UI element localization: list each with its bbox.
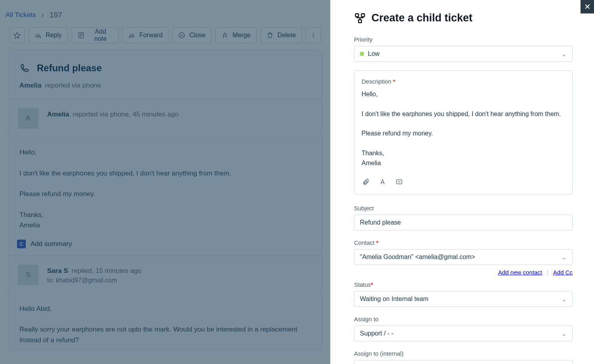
- text-format-icon: [379, 178, 386, 185]
- status-label: Status: [354, 281, 573, 288]
- assign-internal-label: Assign to (internal): [354, 350, 573, 357]
- close-panel-button[interactable]: ✕: [581, 0, 594, 13]
- chevron-down-icon: ⌄: [562, 50, 567, 58]
- subject-label: Subject: [354, 205, 573, 212]
- priority-select[interactable]: Low ⌄: [354, 46, 573, 62]
- add-new-contact-link[interactable]: Add new contact: [498, 269, 542, 276]
- description-label: Description: [362, 78, 565, 85]
- assign-internal-field: Assign to (internal) Refunds and Replace…: [354, 350, 573, 364]
- status-field: Status Waiting on Internal team ⌄: [354, 281, 573, 307]
- paperclip-icon: [362, 178, 369, 185]
- contact-select[interactable]: "Amelia Goodman" <amelia@gmal.com> ⌄: [354, 249, 573, 265]
- modal-overlay[interactable]: [0, 0, 330, 364]
- canned-response-icon: [396, 178, 403, 185]
- editor-toolbar: [362, 175, 565, 190]
- create-child-ticket-panel: Create a child ticket Priority Low ⌄ Des…: [330, 0, 594, 364]
- chevron-down-icon: ⌄: [562, 253, 567, 261]
- panel-title: Create a child ticket: [354, 12, 573, 24]
- svg-rect-7: [358, 19, 362, 23]
- priority-field: Priority Low ⌄: [354, 36, 573, 62]
- subject-field: Subject: [354, 205, 573, 231]
- close-icon: ✕: [584, 2, 591, 11]
- svg-rect-6: [362, 13, 365, 17]
- attachment-button[interactable]: [362, 178, 369, 187]
- priority-dot-icon: [360, 52, 364, 56]
- divider: |: [547, 269, 548, 276]
- contact-label: Contact: [354, 239, 573, 246]
- canned-response-button[interactable]: [396, 178, 403, 187]
- assign-to-label: Assign to: [354, 316, 573, 322]
- description-field: Description Hello, I don't like the earp…: [354, 71, 573, 194]
- assign-internal-select[interactable]: Refunds and Replacements / Saul ⌄: [354, 360, 573, 364]
- contact-field: Contact "Amelia Goodman" <amelia@gmal.co…: [354, 239, 573, 276]
- assign-to-field: Assign to Support / - - ⌄: [354, 316, 573, 341]
- chevron-down-icon: ⌄: [562, 295, 567, 303]
- svg-rect-5: [356, 13, 359, 17]
- contact-value: "Amelia Goodman" <amelia@gmal.com>: [360, 253, 475, 261]
- assign-to-select[interactable]: Support / - - ⌄: [354, 326, 573, 341]
- chevron-down-icon: ⌄: [562, 330, 567, 337]
- description-editor[interactable]: Hello, I don't like the earphones you sh…: [362, 90, 565, 168]
- subject-input[interactable]: [354, 215, 573, 231]
- priority-label: Priority: [354, 36, 573, 43]
- text-format-button[interactable]: [379, 178, 386, 187]
- assign-to-value: Support / - -: [360, 330, 393, 337]
- status-select[interactable]: Waiting on Internal team ⌄: [354, 291, 573, 307]
- child-ticket-icon: [354, 12, 366, 24]
- contact-actions: Add new contact | Add Cc: [354, 269, 573, 276]
- panel-title-text: Create a child ticket: [371, 12, 472, 24]
- priority-value: Low: [368, 50, 379, 57]
- add-cc-link[interactable]: Add Cc: [553, 269, 573, 276]
- status-value: Waiting on Internal team: [360, 295, 428, 303]
